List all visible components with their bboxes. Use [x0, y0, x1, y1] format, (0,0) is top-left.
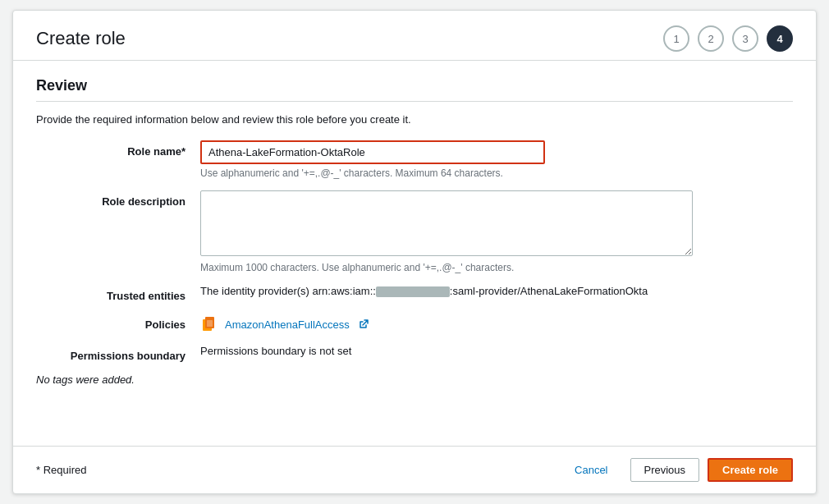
- trusted-entities-row: Trusted entities The identity provider(s…: [36, 285, 793, 302]
- role-name-input[interactable]: [200, 140, 545, 164]
- step-1: 1: [663, 25, 689, 52]
- cancel-button[interactable]: Cancel: [561, 458, 621, 482]
- policy-icon: [200, 315, 218, 333]
- footer-actions: Cancel Previous Create role: [561, 458, 793, 482]
- role-name-label: Role name*: [36, 140, 200, 158]
- policies-content: AmazonAthenaFullAccess: [200, 314, 793, 333]
- trusted-entities-label: Trusted entities: [36, 285, 200, 302]
- trusted-entities-content: The identity provider(s) arn:aws:iam:::s…: [200, 285, 793, 297]
- required-label: * Required: [36, 464, 86, 476]
- permissions-boundary-content: Permissions boundary is not set: [200, 345, 793, 357]
- section-description: Provide the required information below a…: [36, 113, 793, 126]
- permissions-boundary-label: Permissions boundary: [36, 345, 200, 362]
- modal-title: Create role: [36, 28, 126, 49]
- permissions-boundary-text: Permissions boundary is not set: [200, 341, 351, 357]
- policy-link[interactable]: AmazonAthenaFullAccess: [225, 318, 350, 331]
- modal-header: Create role 1 2 3 4: [13, 11, 816, 61]
- role-description-textarea[interactable]: [200, 190, 693, 256]
- role-name-row: Role name* Use alphanumeric and '+=,.@-_…: [36, 140, 793, 179]
- previous-button[interactable]: Previous: [630, 458, 700, 482]
- create-role-button[interactable]: Create role: [708, 458, 793, 482]
- policies-list: AmazonAthenaFullAccess: [200, 314, 793, 333]
- no-tags-text: No tags were added.: [36, 373, 793, 386]
- step-indicators: 1 2 3 4: [663, 25, 793, 52]
- section-title: Review: [36, 77, 793, 94]
- role-name-content: Use alphanumeric and '+=,.@-_' character…: [200, 140, 793, 179]
- role-name-hint: Use alphanumeric and '+=,.@-_' character…: [200, 167, 793, 179]
- role-description-hint: Maximum 1000 characters. Use alphanumeri…: [200, 262, 793, 273]
- step-3: 3: [732, 25, 758, 52]
- step-2: 2: [698, 25, 724, 52]
- trusted-entities-text: The identity provider(s) arn:aws:iam:::s…: [200, 282, 648, 297]
- permissions-boundary-row: Permissions boundary Permissions boundar…: [36, 345, 793, 362]
- role-description-label: Role description: [36, 190, 200, 208]
- external-link-icon: [359, 319, 369, 329]
- role-description-content: Maximum 1000 characters. Use alphanumeri…: [200, 190, 793, 273]
- role-description-row: Role description Maximum 1000 characters…: [36, 190, 793, 273]
- section-divider: [36, 101, 793, 102]
- modal-footer: * Required Cancel Previous Create role: [13, 446, 816, 493]
- step-4: 4: [767, 25, 793, 52]
- svg-rect-2: [207, 320, 213, 327]
- policies-row: Policies AmazonAthenaFullAccess: [36, 314, 793, 333]
- modal-body: Review Provide the required information …: [13, 61, 816, 446]
- create-role-modal: Create role 1 2 3 4 Review Provide the r…: [12, 10, 817, 494]
- policies-label: Policies: [36, 314, 200, 331]
- redacted-account-id: [376, 286, 450, 297]
